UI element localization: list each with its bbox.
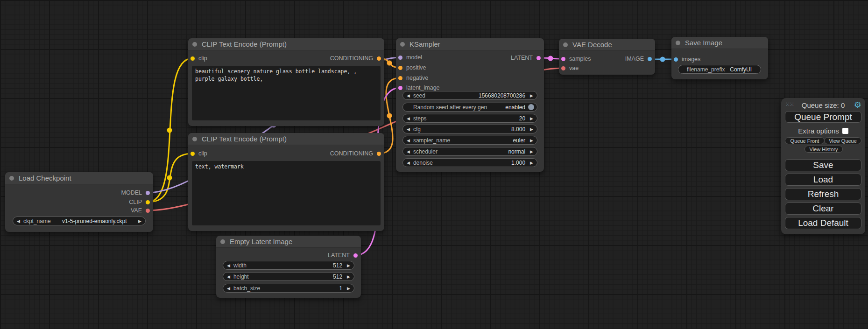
clip-input-dot[interactable] [191,152,195,156]
slot-label: negative [406,75,428,81]
cfg-widget[interactable]: ◀ cfg 8.000 ▶ [402,125,537,133]
conditioning-output-dot[interactable] [377,152,381,156]
collapse-dot-icon[interactable] [400,42,405,47]
decrement-arrow-icon[interactable]: ◀ [407,138,410,143]
seed-widget[interactable]: ◀ seed 156680208700286 ▶ [402,91,537,100]
increment-arrow-icon[interactable]: ▶ [138,219,141,224]
conditioning-input-dot[interactable] [398,76,402,80]
settings-gear-icon[interactable]: ⚙ [854,100,861,110]
sampler-name-widget[interactable]: ◀ sampler_name euler ▶ [402,136,537,145]
clip-input-dot[interactable] [191,56,195,61]
node-title-bar[interactable]: CLIP Text Encode (Prompt) [188,133,384,145]
vae-input-dot[interactable] [561,66,565,70]
image-output-dot[interactable] [648,57,652,61]
output-slot-clip[interactable]: CLIP [5,197,153,207]
decrement-arrow-icon[interactable]: ◀ [407,161,410,165]
latent-output-dot[interactable] [536,56,541,60]
clear-button[interactable]: Clear [785,203,861,215]
positive-prompt-textarea[interactable]: beautiful scenery nature glass bottle la… [192,66,381,120]
steps-widget[interactable]: ◀ steps 20 ▶ [402,114,537,123]
node-vae-decode[interactable]: VAE Decode samples IMAGE vae [559,39,655,75]
queue-menu-panel: ⁙⁙ Queue size: 0 ⚙ Queue Prompt Extra op… [781,98,865,234]
output-slot-latent[interactable]: LATENT [216,251,361,260]
height-widget[interactable]: ◀ height 512 ▶ [223,272,354,281]
latent-output-dot[interactable] [353,253,358,258]
collapse-dot-icon[interactable] [9,176,14,181]
node-clip-text-encode-negative[interactable]: CLIP Text Encode (Prompt) clip CONDITION… [188,133,384,231]
vae-output-dot[interactable] [146,209,150,213]
queue-front-button[interactable]: Queue Front [785,137,825,144]
node-title-bar[interactable]: Save Image [671,37,768,49]
toggle-circle-icon[interactable] [528,104,534,110]
filename-prefix-widget[interactable]: filename_prefix ComfyUI [678,65,761,74]
collapse-dot-icon[interactable] [220,239,225,244]
collapse-dot-icon[interactable] [676,41,680,45]
load-button[interactable]: Load [785,174,861,186]
input-slot-positive[interactable]: positive [396,63,544,72]
output-slot-vae[interactable]: VAE [5,206,153,215]
increment-arrow-icon[interactable]: ▶ [530,149,533,154]
load-default-button[interactable]: Load Default [785,217,861,229]
increment-arrow-icon[interactable]: ▶ [347,274,350,279]
batch-size-widget[interactable]: ◀ batch_size 1 ▶ [223,284,354,293]
input-slot-negative[interactable]: negative [396,73,544,83]
node-clip-text-encode-positive[interactable]: CLIP Text Encode (Prompt) clip CONDITION… [188,38,384,126]
widget-value: 512 [333,262,342,269]
conditioning-output-dot[interactable] [377,56,381,61]
node-title-bar[interactable]: CLIP Text Encode (Prompt) [188,38,384,50]
node-ksampler[interactable]: KSampler LATENT model positive negative … [396,38,544,172]
input-slot-model[interactable]: model [396,53,475,62]
negative-prompt-textarea[interactable]: text, watermark [192,161,381,225]
node-save-image[interactable]: Save Image images filename_prefix ComfyU… [671,37,768,79]
collapse-dot-icon[interactable] [192,137,197,141]
queue-prompt-button[interactable]: Queue Prompt [785,111,861,123]
conditioning-input-dot[interactable] [398,66,402,70]
widget-label: seed [413,92,425,99]
input-slot-vae[interactable]: vae [559,63,655,73]
width-widget[interactable]: ◀ width 512 ▶ [223,261,354,270]
node-title-bar[interactable]: VAE Decode [559,39,655,51]
latent-input-dot[interactable] [561,57,565,61]
scheduler-widget[interactable]: ◀ scheduler normal ▶ [402,147,537,156]
increment-arrow-icon[interactable]: ▶ [347,286,350,291]
node-load-checkpoint[interactable]: Load Checkpoint MODEL CLIP VAE ◀ ckpt_na… [5,172,153,232]
node-title: KSampler [409,40,440,48]
denoise-widget[interactable]: ◀ denoise 1.000 ▶ [402,158,537,167]
node-title-bar[interactable]: KSampler [396,38,544,50]
refresh-button[interactable]: Refresh [785,188,861,200]
clip-output-dot[interactable] [146,200,150,204]
node-empty-latent-image[interactable]: Empty Latent Image LATENT ◀ width 512 ▶ … [216,236,361,298]
model-input-dot[interactable] [398,56,402,60]
decrement-arrow-icon[interactable]: ◀ [227,286,230,291]
node-title-bar[interactable]: Empty Latent Image [216,236,361,248]
decrement-arrow-icon[interactable]: ◀ [227,263,230,268]
decrement-arrow-icon[interactable]: ◀ [407,93,410,98]
output-slot-model[interactable]: MODEL [5,188,153,197]
extra-options-checkbox[interactable] [842,128,848,134]
decrement-arrow-icon[interactable]: ◀ [407,149,410,154]
input-slot-images[interactable]: images [671,55,768,64]
image-input-dot[interactable] [674,57,678,62]
decrement-arrow-icon[interactable]: ◀ [407,116,410,121]
increment-arrow-icon[interactable]: ▶ [530,93,533,98]
latent-input-dot[interactable] [398,86,402,90]
increment-arrow-icon[interactable]: ▶ [530,127,533,132]
collapse-dot-icon[interactable] [192,42,197,47]
decrement-arrow-icon[interactable]: ◀ [227,274,230,279]
save-button[interactable]: Save [785,159,861,171]
model-output-dot[interactable] [146,191,150,195]
random-seed-toggle-widget[interactable]: Random seed after every gen enabled [402,103,537,112]
decrement-arrow-icon[interactable]: ◀ [407,127,410,132]
increment-arrow-icon[interactable]: ▶ [530,161,533,165]
increment-arrow-icon[interactable]: ▶ [530,138,533,143]
view-history-button[interactable]: View History [804,146,843,153]
increment-arrow-icon[interactable]: ▶ [530,116,533,121]
node-title-bar[interactable]: Load Checkpoint [5,172,153,184]
increment-arrow-icon[interactable]: ▶ [347,263,350,268]
decrement-arrow-icon[interactable]: ◀ [17,219,20,224]
view-queue-button[interactable]: View Queue [824,137,861,144]
collapse-dot-icon[interactable] [563,42,568,47]
node-graph-canvas[interactable]: Load Checkpoint MODEL CLIP VAE ◀ ckpt_na… [0,0,868,329]
widget-label: steps [413,115,427,122]
ckpt-name-widget[interactable]: ◀ ckpt_name v1-5-pruned-emaonly.ckpt ▶ [13,217,146,225]
